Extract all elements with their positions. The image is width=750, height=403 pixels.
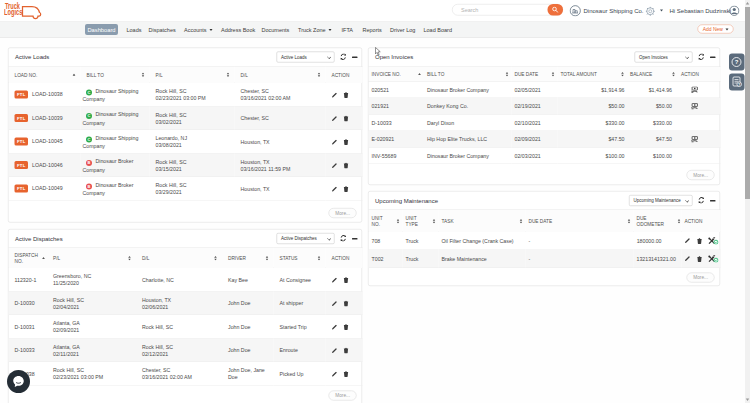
svg-text:?: ? [735,59,739,65]
svg-text:Logics: Logics [4,7,23,17]
